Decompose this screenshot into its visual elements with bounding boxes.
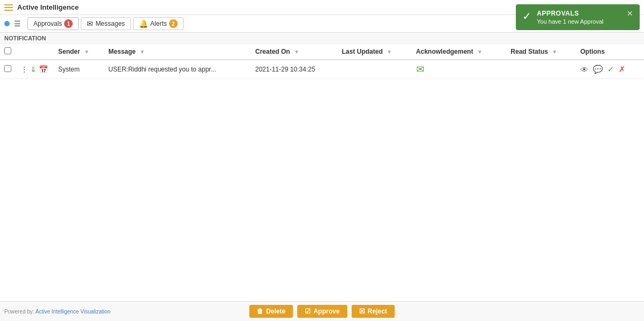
reject-icon[interactable]: ✗ bbox=[619, 65, 626, 74]
toast-title: APPROVALS bbox=[537, 10, 621, 17]
row-message: USER:Riddhi requested you to appr... bbox=[104, 60, 251, 79]
row-last-updated bbox=[338, 60, 412, 79]
acknowledgement-email-icon[interactable]: ✉ bbox=[416, 64, 424, 75]
approve-icon: ☑ bbox=[305, 308, 311, 315]
th-last-updated: Last Updated ▼ bbox=[338, 44, 412, 60]
tab-messages[interactable]: ✉ Messages 0 bbox=[81, 17, 131, 30]
approve-button[interactable]: ☑ Approve bbox=[297, 305, 347, 318]
read-status-filter-icon[interactable]: ▼ bbox=[552, 49, 557, 55]
tab-alerts-label: Alerts bbox=[150, 20, 167, 27]
app-title: Active Intelligence bbox=[17, 3, 79, 11]
tab-alerts[interactable]: 🔔 Alerts 2 bbox=[133, 17, 184, 30]
tab-approvals[interactable]: Approvals 1 bbox=[27, 17, 79, 30]
menu-icon[interactable] bbox=[4, 4, 13, 11]
tab-approvals-label: Approvals bbox=[33, 20, 62, 27]
powered-by-link[interactable]: Active Intelligence Visualization bbox=[36, 309, 110, 315]
status-dot bbox=[4, 21, 10, 26]
th-options: Options bbox=[576, 44, 644, 60]
th-read-status: Read Status ▼ bbox=[506, 44, 576, 60]
row-down-icon[interactable]: ⇓ bbox=[30, 65, 37, 74]
alerts-icon: 🔔 bbox=[139, 19, 148, 28]
delete-icon: 🗑 bbox=[257, 308, 263, 315]
approvals-badge: 1 bbox=[64, 19, 73, 28]
row-calendar-icon[interactable]: 📅 bbox=[39, 65, 48, 74]
th-row-actions bbox=[16, 44, 54, 60]
th-message: Message ▼ bbox=[104, 44, 251, 60]
th-checkbox bbox=[0, 44, 16, 60]
toast-close-icon[interactable]: ✕ bbox=[627, 10, 633, 17]
toast-content: APPROVALS You have 1 new Approval bbox=[537, 10, 621, 25]
created-on-filter-icon[interactable]: ▼ bbox=[294, 49, 299, 55]
row-checkbox-cell bbox=[0, 60, 16, 79]
row-acknowledgement: ✉ bbox=[412, 60, 507, 79]
toast-check-icon: ✓ bbox=[522, 11, 531, 22]
toast-message: You have 1 new Approval bbox=[537, 18, 621, 25]
tab-messages-label: Messages bbox=[95, 20, 125, 27]
list-icon: ☰ bbox=[14, 19, 21, 28]
select-all-checkbox[interactable] bbox=[4, 47, 11, 54]
last-updated-filter-icon[interactable]: ▼ bbox=[387, 49, 392, 55]
row-created-on: 2021-11-29 10:34:25 bbox=[251, 60, 338, 79]
accept-icon[interactable]: ✓ bbox=[607, 65, 614, 74]
view-icon[interactable]: 👁 bbox=[580, 65, 589, 74]
notification-label-text: NOTIFICATION bbox=[4, 35, 46, 41]
delete-button[interactable]: 🗑 Delete bbox=[249, 305, 293, 318]
message-filter-icon[interactable]: ▼ bbox=[139, 49, 145, 55]
reject-icon: ☒ bbox=[359, 308, 365, 315]
acknowledgement-filter-icon[interactable]: ▼ bbox=[477, 49, 482, 55]
notifications-table: Sender ▼ Message ▼ Created On ▼ Last Upd… bbox=[0, 44, 644, 79]
table-header-row: Sender ▼ Message ▼ Created On ▼ Last Upd… bbox=[0, 44, 644, 60]
messages-icon: ✉ bbox=[87, 19, 93, 28]
table-row: ⋮ ⇓ 📅 System USER:Riddhi requested you t… bbox=[0, 60, 644, 79]
approve-label: Approve bbox=[313, 308, 340, 315]
footer-powered-by: Powered by: Active Intelligence Visualiz… bbox=[4, 309, 110, 315]
row-actions-cell: ⋮ ⇓ 📅 bbox=[16, 60, 54, 79]
th-created-on: Created On ▼ bbox=[251, 44, 338, 60]
delete-label: Delete bbox=[266, 308, 285, 315]
th-acknowledgement: Acknowledgement ▼ bbox=[412, 44, 507, 60]
powered-by-label: Powered by: bbox=[4, 309, 34, 315]
row-more-icon[interactable]: ⋮ bbox=[20, 65, 28, 74]
row-sender: System bbox=[54, 60, 104, 79]
footer: Powered by: Active Intelligence Visualiz… bbox=[0, 301, 644, 321]
comment-icon[interactable]: 💬 bbox=[593, 65, 603, 74]
notification-section-label: NOTIFICATION bbox=[0, 33, 644, 44]
row-options: 👁 💬 ✓ ✗ bbox=[576, 60, 644, 79]
sender-filter-icon[interactable]: ▼ bbox=[84, 49, 89, 55]
row-read-status bbox=[506, 60, 576, 79]
row-checkbox[interactable] bbox=[4, 65, 11, 72]
reject-button[interactable]: ☒ Reject bbox=[352, 305, 395, 318]
th-sender: Sender ▼ bbox=[54, 44, 104, 60]
reject-label: Reject bbox=[368, 308, 387, 315]
alerts-badge: 2 bbox=[169, 19, 178, 28]
toast-notification: ✓ APPROVALS You have 1 new Approval ✕ bbox=[516, 4, 640, 30]
